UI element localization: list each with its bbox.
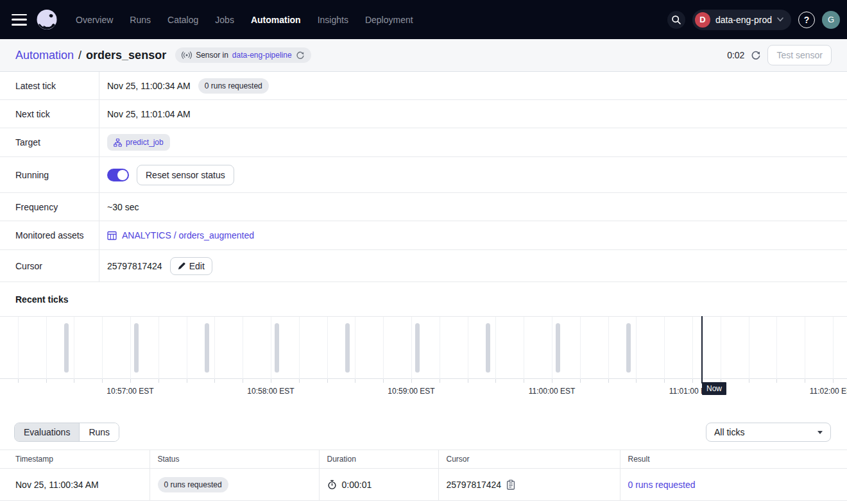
result-link[interactable]: 0 runs requested: [628, 480, 696, 490]
axis-tick-mark: [187, 379, 187, 383]
timeline-gridline: [524, 317, 524, 380]
sensor-badge: Sensor in data-eng-pipeline: [175, 47, 311, 63]
timeline-gridline: [636, 317, 637, 380]
next-tick-label: Next tick: [0, 100, 99, 128]
deployment-switcher[interactable]: D data-eng-prod: [692, 10, 791, 30]
col-result: Result: [620, 450, 847, 469]
axis-tick-mark: [18, 379, 19, 383]
axis-tick-mark: [214, 379, 215, 383]
monitored-asset-link[interactable]: ANALYTICS / orders_augmented: [107, 230, 254, 240]
breadcrumb-separator: /: [78, 49, 81, 62]
timeline-plot: [0, 316, 847, 379]
next-tick-value: Nov 25, 11:01:04 AM: [107, 109, 191, 119]
axis-tick-mark: [805, 379, 805, 383]
cursor-value: 25797817424: [107, 261, 162, 271]
sensor-tick-bar[interactable]: [345, 323, 350, 373]
target-job-link[interactable]: predict_job: [126, 138, 164, 147]
sensor-tick-bar[interactable]: [556, 323, 560, 373]
timeline-gridline: [46, 317, 47, 380]
cursor-row: Cursor 25797817424 Edit: [0, 250, 847, 282]
nav-item-catalog[interactable]: Catalog: [167, 15, 198, 25]
sensor-tick-bar[interactable]: [626, 323, 631, 373]
timeline-gridline: [187, 317, 187, 380]
axis-tick-mark: [636, 379, 637, 383]
code-location-link[interactable]: data-eng-pipeline: [232, 51, 292, 60]
axis-tick-mark: [749, 379, 749, 383]
refresh-icon[interactable]: [751, 50, 761, 60]
axis-tick-mark: [692, 379, 693, 383]
asset-table-icon: [107, 231, 117, 240]
refresh-timer: 0:02: [727, 50, 744, 60]
help-icon[interactable]: ?: [798, 12, 815, 28]
nav-item-insights[interactable]: Insights: [318, 15, 348, 25]
nav-item-overview[interactable]: Overview: [76, 15, 113, 25]
sensor-details: Latest tick Nov 25, 11:00:34 AM 0 runs r…: [0, 72, 847, 282]
tick-filter-select[interactable]: All ticks: [706, 423, 831, 442]
timeline-gridline: [74, 317, 74, 380]
target-row: Target predict_job: [0, 128, 847, 157]
test-sensor-button[interactable]: Test sensor: [767, 45, 832, 65]
breadcrumb-automation[interactable]: Automation: [15, 49, 74, 62]
cursor-label: Cursor: [0, 250, 99, 281]
frequency-label: Frequency: [0, 193, 99, 221]
tab-evaluations[interactable]: Evaluations: [15, 423, 80, 441]
nav-items: Overview Runs Catalog Jobs Automation In…: [76, 15, 413, 25]
sensor-tick-bar[interactable]: [64, 323, 69, 373]
timeline-gridline: [805, 317, 805, 380]
axis-time-label: 10:57:00 EST: [107, 387, 153, 396]
timeline-gridline: [552, 317, 552, 380]
nav-item-deployment[interactable]: Deployment: [365, 15, 413, 25]
axis-tick-mark: [243, 379, 243, 383]
monitored-assets-label: Monitored assets: [0, 221, 99, 249]
tick-filter-value: All ticks: [714, 427, 744, 437]
dagster-logo-icon[interactable]: [35, 8, 59, 32]
axis-tick-mark: [271, 379, 271, 383]
timeline-gridline: [495, 317, 496, 380]
select-caret-icon: [817, 431, 823, 434]
axis-tick-mark: [383, 379, 384, 383]
axis-time-label: 10:58:00 EST: [247, 387, 294, 396]
evaluations-controls: Evaluations Runs All ticks: [0, 423, 847, 442]
toggle-knob: [117, 170, 128, 180]
axis-tick-mark: [833, 379, 834, 383]
timeline-gridline: [721, 317, 721, 380]
user-avatar[interactable]: G: [822, 11, 840, 29]
tab-runs[interactable]: Runs: [80, 423, 119, 441]
sensor-tick-bar[interactable]: [205, 323, 209, 373]
reset-sensor-status-button[interactable]: Reset sensor status: [137, 165, 234, 185]
running-toggle[interactable]: [107, 169, 129, 181]
sync-icon[interactable]: [296, 51, 305, 60]
menu-icon[interactable]: [12, 14, 27, 26]
sensor-icon: [182, 51, 192, 59]
monitored-asset-path[interactable]: ANALYTICS / orders_augmented: [122, 230, 254, 240]
edit-cursor-button-label: Edit: [189, 261, 205, 271]
timeline-gridline: [102, 317, 103, 380]
axis-tick-mark: [411, 379, 412, 383]
table-header-row: Timestamp Status Duration Cursor Result: [0, 450, 847, 469]
nav-item-automation[interactable]: Automation: [251, 15, 301, 25]
timeline-gridline: [468, 317, 468, 380]
axis-tick-mark: [524, 379, 524, 383]
cell-result: 0 runs requested: [620, 469, 847, 501]
sensor-tick-bar[interactable]: [486, 323, 490, 373]
sensor-badge-label: Sensor in: [196, 51, 228, 60]
timeline-gridline: [158, 317, 159, 380]
search-button[interactable]: [667, 11, 685, 29]
sensor-tick-bar[interactable]: [275, 323, 279, 373]
nav-item-runs[interactable]: Runs: [130, 15, 151, 25]
copy-clipboard-icon[interactable]: [506, 480, 515, 490]
col-cursor: Cursor: [438, 450, 620, 469]
latest-tick-label: Latest tick: [0, 72, 99, 99]
timeline-gridline: [214, 317, 215, 380]
deployment-name: data-eng-prod: [715, 15, 772, 25]
col-duration: Duration: [319, 450, 438, 469]
target-label: Target: [0, 128, 99, 156]
axis-tick-mark: [46, 379, 47, 383]
sensor-tick-bar[interactable]: [415, 323, 420, 373]
sensor-tick-bar[interactable]: [134, 323, 139, 373]
cursor-cell-value: 25797817424: [447, 480, 502, 490]
nav-item-jobs[interactable]: Jobs: [215, 15, 234, 25]
edit-cursor-button[interactable]: Edit: [170, 257, 212, 275]
target-job-tag[interactable]: predict_job: [107, 134, 170, 151]
timeline-gridline: [299, 317, 300, 380]
